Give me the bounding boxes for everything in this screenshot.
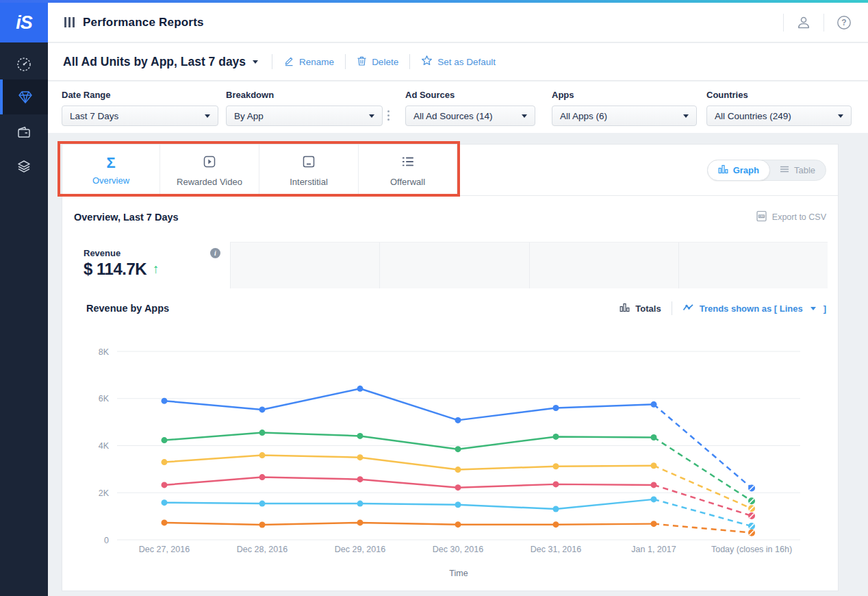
tab-rewarded-video[interactable]: Rewarded Video: [160, 145, 259, 196]
tab-offerwall[interactable]: Offerwall: [359, 145, 457, 196]
header-divider: [824, 14, 824, 32]
chart-head-divider: [672, 301, 672, 315]
breakdown-value: By App: [234, 111, 264, 121]
trend-line-icon: [682, 303, 694, 314]
metric-revenue-tab[interactable]: Revenue i $ 114.7K ↑: [74, 242, 230, 288]
interstitial-icon: [301, 154, 316, 172]
action-divider: [272, 54, 272, 69]
svg-text:Today (closes in 16h): Today (closes in 16h): [711, 545, 792, 554]
action-divider: [345, 54, 346, 69]
tab-interstitial-label: Interstitial: [290, 177, 328, 187]
svg-text:8K: 8K: [99, 347, 110, 357]
trend-up-icon: ↑: [153, 262, 159, 277]
wallet-icon: [16, 124, 32, 140]
metric-revenue-value: $ 114.7K: [84, 260, 146, 279]
bar-chart-outline-icon: [620, 303, 630, 314]
metric-empty-slot[interactable]: [678, 242, 828, 288]
rename-button[interactable]: Rename: [283, 55, 334, 69]
brand-logo[interactable]: iS: [0, 3, 48, 42]
ad-sources-value: All Ad Sources (14): [413, 111, 493, 121]
svg-text:CSV: CSV: [758, 215, 764, 218]
caret-down-icon: [522, 114, 527, 118]
ad-sources-select[interactable]: All Ad Sources (14): [405, 105, 535, 126]
countries-select[interactable]: All Countries (249): [706, 105, 852, 126]
info-icon[interactable]: i: [210, 248, 220, 258]
rename-label: Rename: [299, 57, 334, 67]
menu-bars-icon[interactable]: [64, 17, 75, 27]
date-range-select[interactable]: Last 7 Days: [62, 105, 218, 126]
set-default-label: Set as Default: [437, 57, 496, 67]
sidebar-item-performance[interactable]: [0, 79, 48, 114]
layers-icon: [16, 158, 32, 175]
caret-down-icon: [838, 114, 843, 118]
sidebar-item-dashboard[interactable]: [0, 47, 48, 82]
svg-text:4K: 4K: [99, 441, 110, 451]
totals-button[interactable]: Totals: [620, 303, 661, 314]
user-account-icon[interactable]: [796, 15, 811, 30]
metric-empty-slot[interactable]: [230, 242, 379, 288]
trends-dropdown[interactable]: Trends shown as [ Lines ]: [682, 303, 826, 314]
graph-toggle-button[interactable]: Graph: [707, 160, 770, 181]
revenue-by-apps-chart: 02K4K6K8KDec 27, 2016Dec 28, 2016Dec 29,…: [76, 316, 826, 588]
svg-text:6K: 6K: [99, 394, 110, 403]
tab-offerwall-label: Offerwall: [390, 177, 425, 187]
set-default-button[interactable]: Set as Default: [421, 55, 496, 69]
app-header: Performance Reports ?: [48, 3, 868, 42]
filter-ad-sources: Ad Sources All Ad Sources (14): [405, 90, 535, 126]
chart-head: Revenue by Apps Totals: [86, 301, 826, 315]
graph-toggle-label: Graph: [733, 165, 759, 175]
svg-text:Dec 31, 2016: Dec 31, 2016: [531, 545, 581, 554]
tab-interstitial[interactable]: Interstitial: [259, 145, 359, 196]
apps-select[interactable]: All Apps (6): [552, 105, 697, 126]
sidebar-item-wallet[interactable]: [0, 115, 48, 149]
rewarded-video-icon: [202, 154, 217, 172]
breakdown-label: Breakdown: [226, 90, 383, 100]
help-icon[interactable]: ?: [837, 15, 852, 30]
svg-text:0: 0: [104, 536, 109, 545]
speedometer-icon: [16, 56, 32, 73]
star-icon: [421, 55, 433, 69]
gem-icon: [17, 89, 34, 105]
svg-text:2K: 2K: [99, 488, 110, 498]
svg-text:Dec 29, 2016: Dec 29, 2016: [335, 545, 385, 554]
chart-title: Revenue by Apps: [86, 303, 169, 314]
filter-countries: Countries All Countries (249): [706, 90, 852, 126]
offerwall-list-icon: [400, 154, 416, 172]
view-toggle: Graph Table: [707, 160, 826, 181]
trends-label: Trends shown as [ Lines: [700, 303, 803, 314]
report-title-dropdown[interactable]: All Ad Units by App, Last 7 days: [63, 55, 258, 69]
date-range-label: Date Range: [62, 90, 218, 100]
kebab-divider-icon: [387, 110, 390, 121]
sidebar-item-mediation[interactable]: [0, 149, 48, 184]
metric-empty-slot[interactable]: [529, 242, 678, 288]
table-toggle-button[interactable]: Table: [769, 160, 826, 181]
tab-overview-label: Overview: [92, 175, 129, 186]
caret-down-icon: [253, 60, 258, 64]
svg-text:Dec 28, 2016: Dec 28, 2016: [237, 545, 288, 554]
export-csv-button[interactable]: CSV Export to CSV: [756, 210, 826, 224]
metric-empty-slot[interactable]: [379, 242, 528, 288]
apps-value: All Apps (6): [560, 111, 607, 121]
trends-label-close: ]: [824, 303, 826, 314]
metric-strip: Revenue i $ 114.7K ↑: [74, 242, 828, 288]
action-divider: [409, 54, 410, 69]
metric-revenue-label: Revenue: [84, 248, 120, 258]
tab-overview[interactable]: Σ Overview: [62, 145, 160, 196]
active-tab-underline: [62, 195, 159, 197]
csv-file-icon: CSV: [756, 210, 767, 224]
report-bar: All Ad Units by App, Last 7 days Rename: [48, 43, 868, 81]
totals-label: Totals: [635, 303, 661, 314]
sidebar: iS: [0, 3, 48, 596]
date-range-value: Last 7 Days: [70, 111, 118, 121]
caret-down-icon: [369, 114, 374, 118]
delete-button[interactable]: Delete: [357, 55, 398, 69]
svg-text:?: ?: [841, 18, 846, 27]
performance-reports-screen: iS: [0, 0, 868, 596]
breakdown-select[interactable]: By App: [226, 105, 383, 126]
svg-text:Time: Time: [449, 569, 468, 578]
section-head: Overview, Last 7 Days CSV Export to CSV: [74, 210, 826, 224]
header-divider: [783, 14, 784, 32]
caret-down-icon: [683, 114, 689, 118]
caret-down-icon: [205, 114, 210, 118]
bar-chart-icon: [718, 164, 728, 176]
